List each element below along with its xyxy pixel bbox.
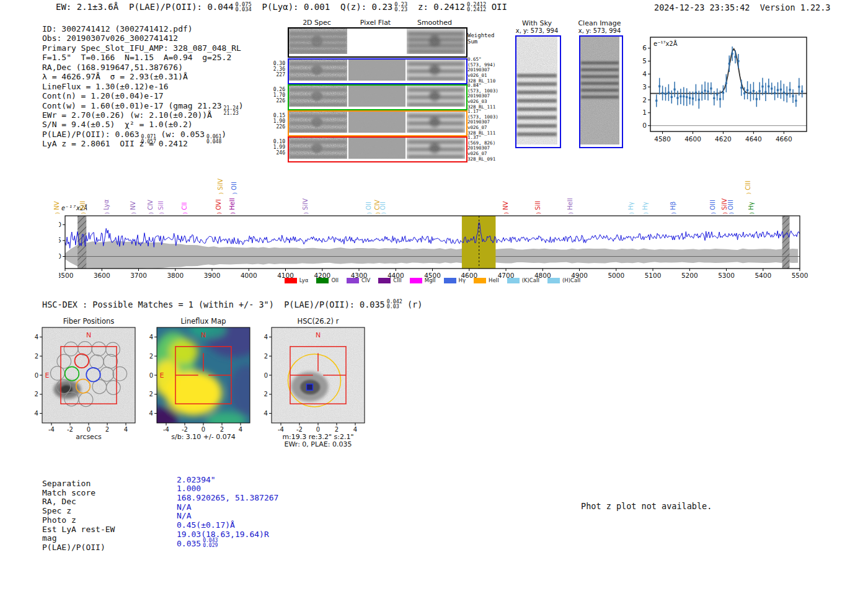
svg-text:N: N [86, 331, 91, 339]
svg-text:e⁻¹⁷x2Å: e⁻¹⁷x2Å [653, 40, 678, 47]
legend-swatch [378, 278, 391, 283]
svg-text:4660: 4660 [776, 135, 792, 143]
svg-text:0.0: 0.0 [59, 252, 61, 260]
legend-label: CIII [393, 277, 401, 283]
spectral-line-marker: } Hγ [748, 202, 755, 215]
svg-text:4: 4 [239, 426, 242, 433]
smooth-cutout-image [407, 86, 465, 107]
svg-text:-2: -2 [67, 426, 73, 433]
smooth-cutout-image [407, 29, 465, 54]
hsc-dex-header: HSC-DEX : Possible Matches = 1 (within +… [42, 300, 422, 309]
text-segment: Primary Spec_Slot_IFU_AMP: 328_087_048_R… [42, 43, 241, 53]
legend-item: Hγ [444, 277, 466, 283]
legend-label: OII [331, 277, 339, 283]
spectral-line-marker: } SiIV [217, 179, 224, 195]
legend-label: (H)CaII [562, 277, 580, 283]
svg-text:4: 4 [353, 426, 357, 433]
flat-cutout-image [348, 29, 405, 54]
legend-item: (H)CaII [547, 277, 580, 283]
sky-panel-title: With Sky [522, 19, 552, 27]
info-line: λ = 4626.97Å σ = 2.93(±0.31)Å [42, 72, 244, 81]
info-line: Obs: 20190307v026_3002741412 [42, 33, 244, 43]
text-segment: P(LAE)/P(OII): 0.063 [42, 130, 140, 139]
svg-text:0: 0 [35, 372, 38, 379]
legend-item: (K)CaII [507, 277, 539, 283]
svg-text:5.0: 5.0 [59, 221, 61, 228]
svg-text:4: 4 [124, 426, 128, 433]
spectral-line-marker: } SiII [534, 201, 541, 215]
svg-text:EWr: 0, PLAE: 0.035: EWr: 0, PLAE: 0.035 [284, 440, 352, 448]
svg-text:3: 3 [642, 83, 647, 91]
info-line: Cont(w) = 1.60(±0.01)e-17 (gmag 21.2321.… [42, 101, 244, 110]
spectral-line-marker: } Lyα [103, 200, 110, 215]
svg-text:2: 2 [149, 353, 153, 360]
spectral-line-marker: } OII [379, 202, 386, 215]
svg-text:4: 4 [35, 334, 38, 340]
row-metrics-label: 0.101.99246 [258, 139, 285, 156]
legend-swatch [347, 278, 359, 283]
text-segment: ID: 3002741412 (3002741412.pdf) [42, 24, 193, 33]
text-segment: ) [239, 101, 244, 110]
svg-text:-2: -2 [149, 391, 153, 398]
svg-text:5: 5 [642, 57, 647, 64]
svg-text:2: 2 [264, 353, 268, 360]
svg-text:1: 1 [642, 109, 647, 116]
legend-item: HeII [474, 277, 499, 283]
svg-text:4: 4 [264, 334, 268, 340]
match-row-label: mag [42, 533, 56, 543]
svg-text:2: 2 [220, 426, 224, 433]
svg-text:4620: 4620 [715, 135, 732, 143]
cutout-row [288, 110, 467, 136]
svg-text:0: 0 [264, 372, 268, 379]
legend-swatch [474, 278, 486, 283]
text-segment: RA,Dec (168.919647,51.387676) [42, 63, 183, 72]
match-row-value: 0.45(±0.17)Å [177, 520, 235, 530]
svg-text:HSC(26.2) r: HSC(26.2) r [298, 318, 339, 326]
svg-text:-4: -4 [34, 410, 38, 417]
legend-swatch [547, 278, 560, 283]
legend-swatch [316, 278, 329, 283]
row-source-label: WeightedSum [467, 32, 507, 45]
info-line: F=1.5" T=0.166 N=1.15 A=0.94 g=25.2 [42, 53, 244, 62]
legend-item: Lyα [285, 277, 309, 283]
svg-text:-4: -4 [264, 410, 268, 417]
sky-panel-coords: x, y: 573, 994 [578, 27, 621, 34]
legend-item: MgII [410, 277, 436, 283]
legend-swatch [285, 278, 297, 283]
text-segment: (r) [402, 300, 423, 309]
svg-text:-4: -4 [163, 426, 169, 433]
legend-item: CIV [347, 277, 370, 283]
svg-text:-2: -2 [296, 426, 303, 433]
smooth-cutout-image [407, 60, 465, 81]
svg-text:4640: 4640 [745, 135, 762, 143]
text-segment: (w: 0.053 [156, 130, 205, 139]
spectral-line-marker: } OVI [215, 199, 222, 215]
cutout-column-header: 2D Spec [303, 19, 331, 27]
spectral-line-marker: } SiII [157, 201, 164, 215]
match-row-value: 168.920265, 51.387267 [177, 493, 278, 502]
svg-text:0: 0 [316, 426, 320, 433]
legend-swatch [507, 278, 520, 283]
fiber-plot: Fiber PositionsNE-4-2024420-2-4arcsecs [34, 318, 143, 450]
match-row-value: 2.02394" [177, 475, 216, 484]
text-segment: Obs: 20190307v026_3002741412 [42, 33, 178, 43]
svg-text:0: 0 [149, 372, 153, 379]
full-spectrum-plot: 3500360037003800390040004100420043004400… [59, 211, 809, 288]
svg-text:2: 2 [105, 426, 109, 433]
spectral-line-marker: } Hβ [670, 202, 676, 215]
legend-label: MgII [425, 277, 436, 283]
match-row-value: 1.000 [177, 484, 201, 493]
svg-text:0: 0 [202, 426, 205, 433]
info-line: ID: 3002741412 (3002741412.pdf) [42, 24, 244, 33]
svg-text:-4: -4 [278, 426, 284, 433]
spec-cutout-image [289, 29, 347, 54]
text-segment: LineFlux = 1.30(±0.12)e-16 [42, 82, 169, 91]
cutout-row [288, 136, 467, 162]
report-version: Version 1.22.3 [760, 2, 831, 12]
uncertainty-range: 0.0430.029 [203, 538, 218, 548]
svg-text:Lineflux Map: Lineflux Map [180, 318, 226, 326]
spec-cutout-image [289, 138, 347, 159]
spectral-line-marker: } NV [130, 202, 136, 215]
text-segment: HSC-DEX : Possible Matches = 1 (within +… [42, 300, 385, 309]
smooth-cutout-image [407, 112, 465, 133]
